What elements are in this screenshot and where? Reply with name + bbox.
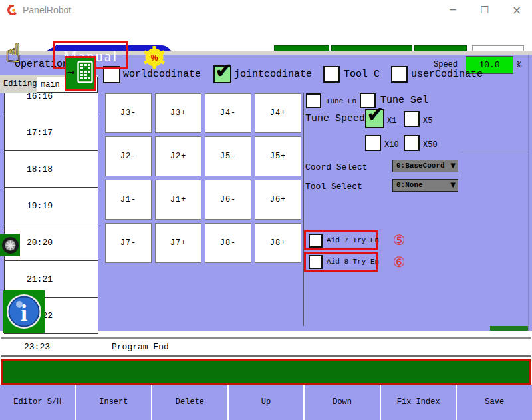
label-usercodinate: userCodinate — [411, 69, 483, 80]
jog-button-j1-plus[interactable]: J1+ — [155, 180, 201, 220]
label-coord-select: Coord Select — [305, 162, 368, 172]
annotation-badge-5: ⑤ — [393, 232, 406, 248]
panel-divider — [303, 93, 304, 326]
footer-button-bar: Editor S/H Insert Delete Up Down Fix Ind… — [0, 385, 532, 420]
jog-button-j4-plus[interactable]: J4+ — [255, 93, 301, 133]
label-worldcodinate: worldcodinate — [123, 69, 201, 80]
program-footer-time: 23:23 — [24, 342, 50, 352]
keypad-toggle-button[interactable]: → — [65, 56, 96, 91]
status-bar — [1, 359, 531, 385]
delete-button[interactable]: Delete — [152, 385, 229, 420]
jog-button-j3-plus[interactable]: J3+ — [155, 93, 201, 133]
program-row[interactable]: 17:17 — [4, 114, 98, 151]
jog-button-j5-plus[interactable]: J5+ — [255, 136, 301, 176]
checkbox-x5[interactable]: ✔ — [404, 111, 420, 127]
program-footer-row[interactable]: 23:23 Program End — [1, 337, 531, 357]
program-footer-text: Program End — [112, 342, 169, 352]
jog-button-j1-minus[interactable]: J1- — [105, 180, 152, 220]
checkbox-usercodinate[interactable]: ✔ — [391, 66, 408, 83]
jog-button-j7-minus[interactable]: J7- — [105, 223, 152, 263]
aid8-highlight-box: Aid 8 Try En — [304, 252, 378, 272]
label-x5: X5 — [423, 116, 432, 126]
title-bar: PanelRobot ─ ☐ × — [0, 0, 532, 20]
jog-button-grid: J3- J3+ J4- J4+ J2- J2+ J5- J5+ J1- J1+ … — [105, 93, 301, 263]
keypad-icon — [77, 61, 93, 83]
percent-glyph: % — [151, 53, 158, 63]
aid7-highlight-box: Aid 7 Try En — [304, 230, 378, 250]
check-icon: ✔ — [215, 60, 233, 81]
checkbox-tool-c[interactable]: ✔ — [323, 66, 340, 83]
label-x50: X50 — [423, 140, 438, 150]
maximize-button[interactable]: ☐ — [473, 0, 496, 20]
label-tune-en: Tune En — [326, 97, 356, 105]
insert-button[interactable]: Insert — [76, 385, 153, 420]
annotation-badge-6: ⑥ — [393, 254, 406, 270]
bottom-right-indicator — [490, 326, 528, 331]
coord-select-dropdown[interactable]: 0:BaseCoord ▼ — [392, 160, 458, 172]
coord-select-value: 0:BaseCoord — [396, 162, 445, 170]
check-icon: ✔ — [366, 104, 384, 125]
checkbox-x1[interactable]: ✔ — [365, 109, 384, 128]
label-jointcodinate: jointcodinate — [234, 69, 312, 80]
groupbox-line — [461, 152, 528, 152]
program-row[interactable]: 18:18 — [4, 150, 98, 188]
jog-button-j6-minus[interactable]: J6- — [205, 180, 251, 220]
label-tool-select: Tool Select — [305, 182, 362, 192]
speed-unit: % — [517, 61, 521, 70]
editing-label: Editing — [3, 79, 37, 89]
program-time: 18:18 — [27, 164, 53, 174]
checkbox-tune-en[interactable]: ✔ — [306, 93, 321, 108]
label-tool-c: Tool C — [344, 69, 380, 80]
speed-label: Speed — [434, 60, 458, 69]
tool-select-dropdown[interactable]: 0:None ▼ — [392, 179, 458, 192]
toolbar: ☝ Manual % I/O Records:Twenty_Three Alar… — [0, 20, 532, 51]
editor-sh-button[interactable]: Editor S/H — [0, 385, 76, 420]
jog-button-j6-plus[interactable]: J6+ — [255, 180, 301, 220]
program-row[interactable]: 16:16 — [4, 93, 98, 114]
down-button[interactable]: Down — [305, 385, 381, 420]
jog-button-j3-minus[interactable]: J3- — [105, 93, 152, 133]
wheel-icon[interactable] — [0, 234, 20, 256]
fix-index-button[interactable]: Fix Index — [381, 385, 458, 420]
program-row[interactable]: 19:19 — [4, 187, 98, 224]
label-aid7-try-en: Aid 7 Try En — [327, 236, 379, 244]
program-time: 16:16 — [27, 93, 53, 101]
arrow-right-icon: → — [67, 67, 75, 77]
chevron-down-icon: ▼ — [450, 182, 456, 188]
label-aid8-try-en: Aid 8 Try En — [327, 258, 379, 266]
jog-button-j2-plus[interactable]: J2+ — [155, 136, 201, 176]
jog-button-j4-minus[interactable]: J4- — [205, 93, 251, 133]
checkbox-aid7-try-en[interactable] — [309, 234, 323, 248]
info-icon[interactable]: i — [3, 290, 45, 333]
checkbox-aid8-try-en[interactable] — [309, 255, 323, 269]
label-tune-speed: Tune Speed: — [305, 113, 371, 124]
program-time: 17:17 — [27, 128, 53, 138]
window-title: PanelRobot — [23, 5, 71, 15]
label-tune-sel: Tune Sel — [380, 95, 428, 106]
speed-gear-icon[interactable]: % — [142, 45, 166, 69]
close-button[interactable]: × — [505, 0, 528, 20]
jog-button-j8-plus[interactable]: J8+ — [255, 223, 301, 263]
checkbox-jointcodinate[interactable]: ✔ — [213, 65, 231, 83]
checkbox-x50[interactable]: ✔ — [404, 135, 420, 151]
program-time: 19:19 — [27, 201, 53, 211]
jog-button-j2-minus[interactable]: J2- — [105, 136, 152, 176]
label-x1: X1 — [387, 116, 396, 126]
save-button[interactable]: Save — [457, 385, 532, 420]
program-time: 21:21 — [27, 274, 53, 284]
panel-right-border — [528, 55, 529, 331]
checkbox-x10[interactable]: ✔ — [365, 135, 381, 151]
up-button[interactable]: Up — [229, 385, 305, 420]
program-time: 20:20 — [27, 238, 53, 248]
jog-button-j7-plus[interactable]: J7+ — [155, 223, 201, 263]
minimize-button[interactable]: ─ — [442, 0, 464, 20]
app-logo-icon — [7, 4, 19, 16]
jog-button-j8-minus[interactable]: J8- — [205, 223, 251, 263]
jog-button-j5-minus[interactable]: J5- — [205, 136, 251, 176]
hand-pointer-icon: ☝ — [5, 39, 21, 68]
label-x10: X10 — [384, 140, 399, 150]
chevron-down-icon: ▼ — [450, 162, 456, 169]
tool-select-value: 0:None — [396, 181, 423, 189]
svg-text:i: i — [21, 300, 27, 326]
